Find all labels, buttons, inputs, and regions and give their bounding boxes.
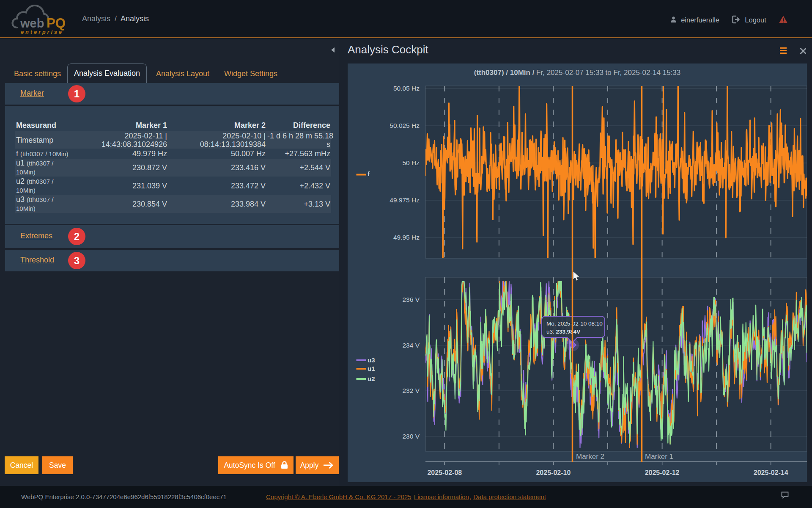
svg-text:49.95 Hz: 49.95 Hz xyxy=(393,234,420,241)
svg-text:50 Hz: 50 Hz xyxy=(403,159,420,166)
svg-text:u2: u2 xyxy=(368,375,375,382)
svg-text:Marker 1: Marker 1 xyxy=(645,453,673,461)
svg-text:u3: u3 xyxy=(368,356,375,364)
svg-text:234 V: 234 V xyxy=(402,342,420,349)
svg-text:50.025 Hz: 50.025 Hz xyxy=(390,122,420,129)
svg-text:u1: u1 xyxy=(368,365,375,372)
svg-text:2025-02-12: 2025-02-12 xyxy=(645,469,680,476)
svg-text:236 V: 236 V xyxy=(402,296,420,303)
svg-text:2025-02-10: 2025-02-10 xyxy=(536,469,571,476)
svg-text:49.975 Hz: 49.975 Hz xyxy=(390,196,420,204)
svg-text:enterprise: enterprise xyxy=(21,29,63,35)
svg-text:web: web xyxy=(20,17,44,30)
svg-text:f: f xyxy=(368,170,370,177)
svg-text:2025-02-14: 2025-02-14 xyxy=(754,469,788,476)
svg-text:u3: 233.984V: u3: 233.984V xyxy=(546,329,580,335)
svg-text:50.05 Hz: 50.05 Hz xyxy=(393,85,420,92)
svg-text:Mo, 2025-02-10 08:10: Mo, 2025-02-10 08:10 xyxy=(546,320,603,327)
svg-text:2025-02-08: 2025-02-08 xyxy=(427,469,462,476)
svg-text:Marker 2: Marker 2 xyxy=(576,453,604,461)
svg-text:232 V: 232 V xyxy=(402,387,420,394)
svg-text:PQ: PQ xyxy=(47,16,66,30)
svg-text:230 V: 230 V xyxy=(402,433,420,440)
